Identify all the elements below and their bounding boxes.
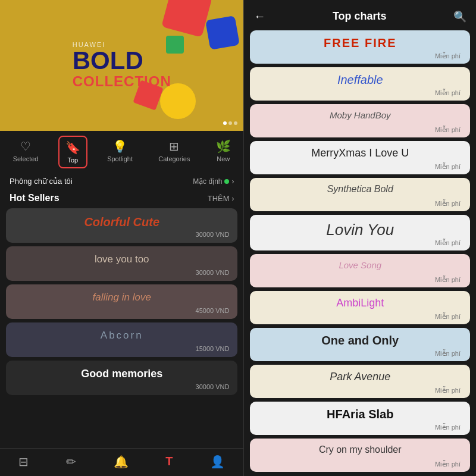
hero-content: HUAWEI Bold COLLECTION xyxy=(61,29,183,102)
chart-item[interactable]: Cry on my shoulder Miễn phí xyxy=(250,439,470,472)
search-icon[interactable]: 🔍 xyxy=(453,10,466,23)
more-link[interactable]: THÊM › xyxy=(208,194,234,203)
text-icon[interactable]: T xyxy=(165,455,173,469)
hot-sellers-header: Hot Sellers THÊM › xyxy=(0,189,243,208)
font-price: 45000 VND xyxy=(196,307,230,314)
my-fonts-default[interactable]: Mặc định › xyxy=(193,177,234,186)
list-item[interactable]: Abcorn 15000 VND xyxy=(6,322,237,357)
font-price: 30000 VND xyxy=(196,383,230,390)
spotlight-icon: 💡 xyxy=(112,139,127,154)
chart-price: Miễn phí xyxy=(259,239,461,247)
tab-spotlight-label: Spotlight xyxy=(107,155,133,162)
notification-icon[interactable]: 🔔 xyxy=(114,455,129,469)
default-label: Mặc định xyxy=(193,177,222,186)
my-fonts-row[interactable]: Phông chữ của tôi Mặc định › xyxy=(0,171,243,189)
heart-icon: ♡ xyxy=(20,139,31,154)
chart-font-name: Ineffable xyxy=(259,73,461,87)
chart-item[interactable]: Park Avenue Miễn phí xyxy=(250,365,470,398)
chart-font-name: Cry on my shoulder xyxy=(259,444,461,455)
chart-item[interactable]: HFAria Slab Miễn phí xyxy=(250,402,470,435)
font-name-abcorn: Abcorn xyxy=(101,330,143,342)
chart-price: Miễn phí xyxy=(259,52,461,60)
chart-price: Miễn phí xyxy=(259,89,461,97)
profile-icon[interactable]: 👤 xyxy=(210,455,225,469)
chart-price: Miễn phí xyxy=(259,387,461,394)
chart-item[interactable]: Ineffable Miễn phí xyxy=(250,67,470,101)
chart-font-name: Love Song xyxy=(259,260,461,270)
chart-item[interactable]: Moby HandBoy Miễn phí xyxy=(250,104,470,137)
tab-selected[interactable]: ♡ Selected xyxy=(7,136,45,168)
hot-sellers-title: Hot Sellers xyxy=(10,193,60,203)
hero-dot xyxy=(228,121,232,125)
hero-banner: HUAWEI Bold COLLECTION xyxy=(0,0,243,131)
chart-item[interactable]: Synthetica Bold Miễn phí xyxy=(250,178,470,211)
right-panel-title: Top charts xyxy=(333,10,387,23)
hero-subtitle: COLLECTION xyxy=(73,73,171,90)
hero-title: Bold xyxy=(73,48,171,73)
chart-font-name: FREE FIRE xyxy=(259,36,461,50)
chart-font-name: Park Avenue xyxy=(259,371,461,383)
tab-categories[interactable]: ⊞ Categories xyxy=(152,136,196,168)
list-item[interactable]: love you too 30000 VND xyxy=(6,246,237,281)
chart-font-name: MerryXmas I Love U xyxy=(259,147,461,159)
font-list: Colorful Cute 30000 VND love you too 300… xyxy=(0,208,243,448)
chart-price: Miễn phí xyxy=(259,126,461,134)
chart-list: FREE FIRE Miễn phí Ineffable Miễn phí Mo… xyxy=(244,30,476,476)
hero-brand: HUAWEI xyxy=(73,41,171,48)
chart-font-name: HFAria Slab xyxy=(259,408,461,421)
tab-top[interactable]: 🔖 Top xyxy=(58,136,87,168)
hero-dot xyxy=(234,121,237,125)
chart-price: Miễn phí xyxy=(259,424,461,431)
chart-price: Miễn phí xyxy=(259,313,461,321)
font-price: 30000 VND xyxy=(196,231,230,238)
chart-item[interactable]: MerryXmas I Love U Miễn phí xyxy=(250,141,470,174)
tab-selected-label: Selected xyxy=(13,155,39,162)
chart-price: Miễn phí xyxy=(259,163,461,171)
chevron-icon: › xyxy=(231,177,234,186)
leaf-icon: 🌿 xyxy=(216,139,231,154)
chart-item[interactable]: FREE FIRE Miễn phí xyxy=(250,30,470,64)
tab-new-label: New xyxy=(217,155,230,162)
left-panel: HUAWEI Bold COLLECTION ♡ Selected 🔖 Top … xyxy=(0,0,243,476)
chart-font-name-one-and-only: One and Only xyxy=(259,334,461,347)
tab-new[interactable]: 🌿 New xyxy=(210,136,237,168)
right-panel: ← Top charts 🔍 FREE FIRE Miễn phí Ineffa… xyxy=(244,0,476,476)
chart-price: Miễn phí xyxy=(259,350,461,358)
tab-spotlight[interactable]: 💡 Spotlight xyxy=(101,136,139,168)
chart-price: Miễn phí xyxy=(259,200,461,208)
edit-icon[interactable]: ✏ xyxy=(66,455,76,469)
chart-item[interactable]: AmbiLight Miễn phí xyxy=(250,291,470,324)
list-item[interactable]: falling in love 45000 VND xyxy=(6,284,237,319)
chart-item[interactable]: Love Song Miễn phí xyxy=(250,254,470,287)
tab-categories-label: Categories xyxy=(158,155,190,162)
hero-dot xyxy=(223,121,227,125)
chart-price: Miễn phí xyxy=(259,276,461,284)
layout-icon[interactable]: ⊟ xyxy=(18,455,29,469)
nav-tabs: ♡ Selected 🔖 Top 💡 Spotlight ⊞ Categorie… xyxy=(0,131,243,171)
chart-font-name: AmbiLight xyxy=(259,297,461,309)
grid-icon: ⊞ xyxy=(169,139,179,154)
chart-item[interactable]: Lovin You Miễn phí xyxy=(250,215,470,250)
chart-font-name: Synthetica Bold xyxy=(259,184,461,195)
chart-font-name: Moby HandBoy xyxy=(259,110,461,120)
font-name-love-you-too: love you too xyxy=(95,253,149,265)
chart-price: Miễn phí xyxy=(259,461,461,468)
list-item[interactable]: Good memories 30000 VND xyxy=(6,361,237,395)
my-fonts-label: Phông chữ của tôi xyxy=(10,177,73,186)
font-name-falling: falling in love xyxy=(93,292,151,303)
font-name-good-memories: Good memories xyxy=(81,368,162,380)
chart-font-name-lovin-you: Lovin You xyxy=(259,221,461,239)
font-price: 15000 VND xyxy=(196,345,230,352)
font-price: 30000 VND xyxy=(196,269,230,276)
back-button[interactable]: ← xyxy=(253,10,265,23)
bottom-nav: ⊟ ✏ 🔔 T 👤 xyxy=(0,448,243,476)
green-dot-indicator xyxy=(224,179,229,184)
hero-dots xyxy=(223,121,237,125)
chart-item[interactable]: One and Only Miễn phí xyxy=(250,328,470,361)
font-name-colorful: Colorful Cute xyxy=(84,215,159,229)
tab-top-label: Top xyxy=(67,156,78,164)
bookmark-icon: 🔖 xyxy=(65,140,80,155)
list-item[interactable]: Colorful Cute 30000 VND xyxy=(6,208,237,243)
right-header: ← Top charts 🔍 xyxy=(244,0,476,30)
